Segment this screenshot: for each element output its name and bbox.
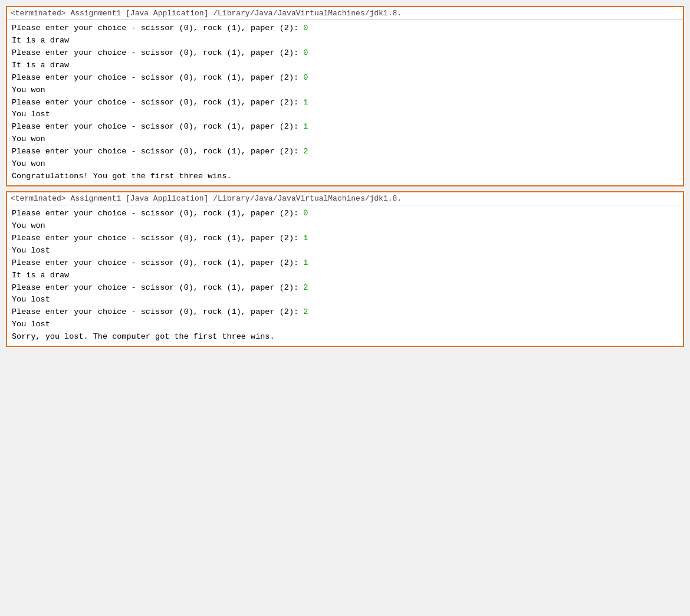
result-text: It is a draw [12, 271, 69, 280]
input-value: 2 [303, 307, 308, 316]
result-text: You lost [12, 110, 50, 119]
prompt-text: Please enter your choice - scissor (0), … [12, 147, 303, 156]
input-value: 2 [303, 283, 308, 292]
result-text: You won [12, 221, 45, 230]
console-line-2-4: You lost [12, 245, 678, 257]
console-line-1-1: Please enter your choice - scissor (0), … [12, 22, 678, 35]
console-line-1-6: You won [12, 84, 678, 97]
console-panel-2: <terminated> Assignment1 [Java Applicati… [6, 191, 684, 347]
input-value: 1 [303, 122, 308, 131]
console-line-1-11: Please enter your choice - scissor (0), … [12, 146, 678, 158]
input-value: 1 [303, 234, 308, 243]
console-body-2: Please enter your choice - scissor (0), … [7, 205, 683, 346]
console-line-2-7: Please enter your choice - scissor (0), … [12, 282, 678, 294]
console-title-2: <terminated> Assignment1 [Java Applicati… [7, 192, 683, 205]
prompt-text: Please enter your choice - scissor (0), … [12, 73, 303, 82]
console-line-2-9: Please enter your choice - scissor (0), … [12, 306, 678, 319]
console-title-1: <terminated> Assignment1 [Java Applicati… [7, 7, 683, 20]
prompt-text: Please enter your choice - scissor (0), … [12, 283, 303, 292]
result-text: It is a draw [12, 36, 69, 45]
result-text: You lost [12, 246, 50, 255]
input-value: 0 [303, 24, 308, 32]
result-text: It is a draw [12, 61, 69, 70]
console-line-2-11: Sorry, you lost. The computer got the fi… [12, 331, 678, 343]
result-text: You won [12, 159, 45, 168]
input-value: 2 [303, 147, 308, 156]
result-text: You won [12, 86, 45, 94]
prompt-text: Please enter your choice - scissor (0), … [12, 98, 303, 107]
console-body-1: Please enter your choice - scissor (0), … [7, 20, 683, 185]
console-line-1-12: You won [12, 158, 678, 171]
console-line-2-8: You lost [12, 294, 678, 306]
console-line-2-3: Please enter your choice - scissor (0), … [12, 232, 678, 245]
input-value: 1 [303, 98, 308, 107]
prompt-text: Please enter your choice - scissor (0), … [12, 24, 303, 32]
prompt-text: Please enter your choice - scissor (0), … [12, 48, 303, 57]
console-line-2-5: Please enter your choice - scissor (0), … [12, 257, 678, 270]
console-line-1-10: You won [12, 133, 678, 146]
console-line-1-7: Please enter your choice - scissor (0), … [12, 97, 678, 109]
prompt-text: Please enter your choice - scissor (0), … [12, 209, 303, 218]
result-text: You lost [12, 320, 50, 329]
prompt-text: Please enter your choice - scissor (0), … [12, 307, 303, 316]
console-line-1-2: It is a draw [12, 35, 678, 47]
input-value: 1 [303, 258, 308, 267]
console-line-2-6: It is a draw [12, 270, 678, 282]
console-line-1-8: You lost [12, 109, 678, 121]
prompt-text: Please enter your choice - scissor (0), … [12, 234, 303, 243]
result-text: Sorry, you lost. The computer got the fi… [12, 332, 275, 341]
prompt-text: Please enter your choice - scissor (0), … [12, 122, 303, 131]
input-value: 0 [303, 73, 308, 82]
console-line-1-9: Please enter your choice - scissor (0), … [12, 121, 678, 133]
console-line-1-3: Please enter your choice - scissor (0), … [12, 47, 678, 60]
console-line-2-10: You lost [12, 319, 678, 331]
console-line-1-13: Congratulations! You got the first three… [12, 171, 678, 183]
console-line-2-1: Please enter your choice - scissor (0), … [12, 208, 678, 220]
input-value: 0 [303, 48, 308, 57]
result-text: You won [12, 135, 45, 143]
prompt-text: Please enter your choice - scissor (0), … [12, 258, 303, 267]
result-text: You lost [12, 295, 50, 304]
console-line-1-5: Please enter your choice - scissor (0), … [12, 72, 678, 84]
console-panel-1: <terminated> Assignment1 [Java Applicati… [6, 6, 684, 186]
app-container: <terminated> Assignment1 [Java Applicati… [6, 6, 684, 347]
input-value: 0 [303, 209, 308, 218]
console-line-1-4: It is a draw [12, 60, 678, 72]
console-line-2-2: You won [12, 220, 678, 232]
result-text: Congratulations! You got the first three… [12, 172, 232, 181]
